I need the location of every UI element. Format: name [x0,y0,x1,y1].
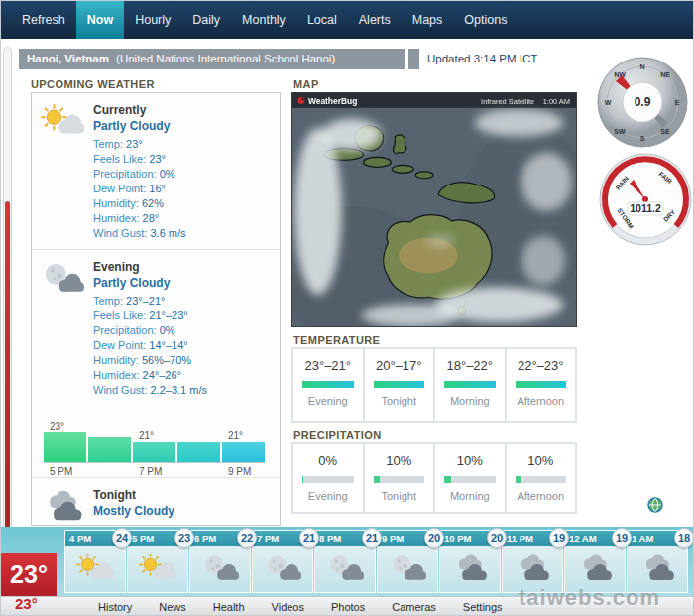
footer-link-photos[interactable]: Photos [331,601,365,613]
temperature-title: TEMPERATURE [293,334,380,346]
chart-bar [177,442,220,462]
nav-tab-daily[interactable]: Daily [181,1,231,39]
updated-timestamp: Updated 3:14 PM ICT [427,49,537,69]
moon-cloud-icon [325,553,365,585]
hourly-card[interactable]: 8 PM 21 [314,530,376,593]
field-value: 20°–17° [126,523,165,526]
globe-icon[interactable] [647,497,663,513]
precip-bar [516,476,567,483]
clouds-icon [637,553,677,585]
temp-card[interactable]: 22°–23° Afternoon [507,349,576,421]
nav-tab-monthly[interactable]: Monthly [231,1,296,39]
field-label: Humidity: [93,354,139,366]
precip-card[interactable]: 0% Evening [293,444,363,512]
temp-card[interactable]: 23°–21° Evening [293,349,363,421]
precip-period: Afternoon [507,490,576,502]
map-overlay-time: 1:00 AM [543,97,570,106]
field-value: 56%–70% [142,354,191,366]
upcoming-weather-card: Currently Partly Cloudy Temp: 23° Feels … [31,92,281,526]
current-temperature: 23° [1,553,57,596]
chart-bar [44,432,86,462]
chart-bar [88,437,131,462]
thermometer-fill [5,201,10,551]
field-value: 62% [142,197,164,209]
map-brand: WeatherBug [308,96,357,106]
field-value: 16° [149,183,166,194]
temp-badge: 21 [299,528,319,548]
hour-label: 1 AM [632,533,653,544]
hour-label: 6 PM [194,533,216,544]
temp-badge: 19 [612,528,632,548]
hour-label: 12 AM [569,533,597,544]
footer-link-health[interactable]: Health [213,601,245,613]
hourly-card[interactable]: 12 AM 19 [564,530,626,593]
nav-tab-local[interactable]: Local [296,1,348,39]
precip-card[interactable]: 10% Afternoon [507,444,576,512]
hourly-card[interactable]: 1 AM 18 [627,530,688,593]
temp-period: Tonight [365,395,434,407]
current-temperature-secondary: 23° [15,595,38,612]
hourly-card[interactable]: 5 PM 23 [127,530,188,593]
footer-link-cameras[interactable]: Cameras [392,601,436,613]
field-label: Humidity: [93,197,139,209]
temp-range: 23°–21° [293,358,363,373]
location-detail: (United Nations International School Han… [116,53,335,64]
nav-tab-maps[interactable]: Maps [402,1,454,39]
top-nav: Refresh Now Hourly Daily Monthly Local A… [1,1,694,39]
precip-bar [444,476,496,483]
footer-link-history[interactable]: History [98,601,132,613]
hourly-card[interactable]: 7 PM 21 [252,530,313,593]
chart-time-label: 7 PM [139,466,162,477]
precip-percent: 10% [365,453,434,468]
field-value: 0% [160,168,175,180]
temp-gradient-bar [374,381,425,388]
nav-tab-alerts[interactable]: Alerts [348,1,402,39]
field-label: Wind Gust: [93,384,147,396]
period-name: Currently [93,103,186,118]
field-value: 0% [160,324,175,336]
footer-link-settings[interactable]: Settings [463,601,503,613]
compass-sw-label: SW [614,128,626,135]
period-name: Tonight [93,488,174,503]
footer-link-news[interactable]: News [159,601,186,613]
temp-badge: 24 [112,528,132,548]
footer-link-videos[interactable]: Videos [272,601,304,613]
compass-s-label: S [640,135,645,142]
chart-time-label: 5 PM [50,466,72,477]
map-title: MAP [293,78,319,90]
sun-cloud-icon [138,553,177,585]
temp-period: Evening [293,395,363,407]
field-label: Precipitation: [93,168,157,180]
chart-value-label: 23° [50,421,64,431]
hourly-card[interactable]: 6 PM 22 [189,530,251,593]
watermark: taiwebs.com [519,585,660,611]
precip-card[interactable]: 10% Tonight [365,444,434,512]
field-label: Precipitation: [93,324,157,336]
precip-card[interactable]: 10% Morning [435,444,505,512]
field-label: Feels Like: [93,153,146,165]
period-currently: Currently Partly Cloudy Temp: 23° Feels … [32,93,280,249]
hourly-card[interactable]: 10 PM 20 [439,530,501,593]
temp-card[interactable]: 18°–22° Morning [435,349,505,421]
hourly-card[interactable]: 11 PM 19 [502,530,563,593]
satellite-map[interactable]: WeatherBug Infrared Satellite 1:00 AM [291,92,577,327]
hourly-card[interactable]: 4 PM 24 [64,530,126,593]
nav-tab-refresh[interactable]: Refresh [11,1,76,39]
period-tonight: Tonight Mostly Cloudy Temp: 20°–17° [32,477,280,526]
field-label: Wind Gust: [93,227,147,239]
temp-badge: 20 [424,528,444,548]
nav-tab-now[interactable]: Now [76,1,124,39]
temp-gradient-bar [516,381,567,388]
hourly-card[interactable]: 9 PM 20 [377,530,438,593]
field-label: Temp: [93,523,123,526]
precipitation-panel: 0% Evening 10% Tonight 10% Morning 10% A… [291,442,577,514]
sun-cloud-icon [75,553,115,585]
hour-label: 10 PM [444,533,471,544]
nav-tab-options[interactable]: Options [453,1,518,39]
moon-cloud-icon [388,553,427,585]
temp-card[interactable]: 20°–17° Tonight [365,349,434,421]
hour-label: 4 PM [69,533,91,544]
nav-tab-hourly[interactable]: Hourly [124,1,181,39]
temp-badge: 22 [237,528,257,548]
field-value: 28° [143,212,160,224]
